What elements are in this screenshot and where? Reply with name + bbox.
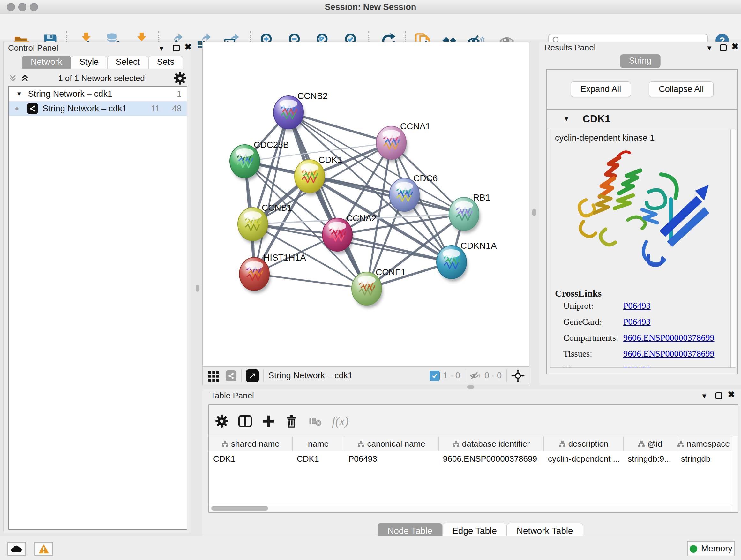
memory-label: Memory (701, 544, 732, 554)
panel-menu-icon[interactable]: ▼ (706, 44, 713, 52)
crosslink-link[interactable]: P06493 (623, 317, 651, 327)
network-selection-status: 1 of 1 Network selected (30, 73, 173, 83)
column-header[interactable]: @id (623, 436, 677, 451)
expand-all-button[interactable]: Expand All (570, 81, 631, 97)
table-cell[interactable]: 9606.ENSP00000378699 (439, 451, 543, 464)
grid-view-icon[interactable] (208, 370, 220, 382)
main-toolbar: ? (0, 14, 741, 40)
detach-view-icon[interactable] (246, 369, 259, 382)
network-view-mode-icon[interactable] (226, 370, 237, 381)
crosslink-link[interactable]: P06493 (623, 301, 651, 311)
network-node[interactable] (436, 246, 468, 282)
node-label: CDC6 (413, 173, 437, 183)
network-node[interactable] (449, 197, 480, 233)
tab-select[interactable]: Select (107, 56, 148, 69)
crosslink-link[interactable]: 9606.ENSP00000378699 (623, 333, 714, 343)
delete-icon[interactable] (285, 415, 298, 428)
crosslink-row: Pharos: P06493 (563, 365, 730, 368)
table-cell[interactable]: CDK1 (209, 451, 292, 464)
crosslink-label: Tissues: (563, 349, 623, 359)
network-node[interactable] (230, 145, 261, 181)
collection-expand-icon[interactable]: ▼ (16, 90, 22, 98)
column-label: shared name (231, 439, 280, 449)
navbar-divider (241, 369, 242, 382)
crosslink-label: Pharos: (563, 365, 623, 368)
table-options-gear-icon[interactable] (215, 415, 228, 428)
network-node[interactable] (352, 272, 383, 308)
network-node-count: 11 (151, 104, 160, 114)
crosslink-label: GeneCard: (563, 317, 623, 327)
table-vertical-scrollbar[interactable] (732, 436, 738, 511)
network-node[interactable] (294, 160, 326, 196)
tab-sets[interactable]: Sets (148, 56, 183, 69)
close-panel-icon[interactable]: ✖ (185, 44, 192, 51)
tab-network[interactable]: Network (22, 56, 71, 69)
cloud-status-button[interactable] (7, 542, 26, 556)
scrollbar-thumb[interactable] (211, 506, 268, 510)
float-panel-icon[interactable] (173, 45, 180, 51)
panel-menu-icon[interactable]: ▼ (158, 44, 165, 53)
network-node[interactable] (322, 218, 354, 254)
network-options-gear-icon[interactable] (173, 71, 187, 85)
panel-menu-icon[interactable]: ▼ (701, 392, 708, 400)
crosslink-row: Tissues: 9606.ENSP00000378699 (563, 349, 730, 359)
network-row-selected[interactable]: ● String Network – cdk1 11 48 (9, 101, 187, 116)
hidden-items-eye-slash-icon[interactable] (470, 370, 481, 381)
column-header[interactable]: database identifier (439, 436, 543, 451)
column-label: description (568, 439, 609, 449)
table-body: CDK1 CDK1 P06493 9606.ENSP00000378699 cy… (209, 451, 732, 505)
column-header[interactable]: shared name (209, 436, 292, 451)
table-cell[interactable]: CDK1 (292, 451, 344, 464)
network-graph[interactable]: CCNB2CCNA1CDC25BCDK1CDC6RB1CCNB1CCNA2CDK… (203, 42, 529, 366)
expand-all-chevron-icon[interactable] (20, 73, 30, 83)
table-panel: Table Panel ▼ ✖ (202, 389, 741, 537)
selected-items-checkbox[interactable] (429, 371, 440, 381)
results-panel-title: Results Panel (544, 43, 596, 53)
left-splitter-handle[interactable] (196, 285, 199, 292)
network-node[interactable] (273, 96, 305, 132)
network-canvas[interactable]: CCNB2CCNA1CDC25BCDK1CDC6RB1CCNB1CCNA2CDK… (202, 42, 529, 366)
entry-collapse-icon[interactable]: ▼ (563, 115, 570, 123)
control-panel-title: Control Panel (8, 43, 58, 53)
crosslink-link[interactable]: P06493 (623, 365, 651, 368)
network-node[interactable] (376, 126, 408, 162)
collapse-all-chevron-icon[interactable] (8, 73, 17, 83)
float-panel-icon[interactable] (716, 392, 722, 399)
tab-style[interactable]: Style (71, 56, 107, 69)
navbar-divider (465, 369, 465, 382)
table-cell[interactable]: P06493 (344, 451, 439, 464)
close-panel-icon[interactable]: ✖ (731, 44, 739, 50)
network-collection-row[interactable]: ▼ String Network – cdk1 1 (9, 86, 187, 101)
results-panel: Results Panel ▼ ✖ String Expand All Coll… (539, 42, 741, 385)
network-edge-count: 48 (172, 104, 182, 114)
results-vertical-scrollbar[interactable] (731, 129, 736, 368)
right-splitter-handle[interactable] (532, 209, 536, 216)
hidden-count: 0 - 0 (484, 371, 502, 381)
column-header[interactable]: namespace (677, 436, 730, 451)
memory-button[interactable]: Memory (687, 541, 735, 556)
bottom-splitter-handle[interactable] (467, 385, 474, 388)
show-columns-icon[interactable] (238, 414, 252, 428)
add-column-icon[interactable] (262, 415, 275, 428)
table-cell[interactable]: cyclin-dependent ... (543, 451, 623, 464)
node-label: HIST1H1A (263, 253, 306, 262)
selected-count: 1 - 0 (443, 371, 460, 381)
column-header[interactable]: name (292, 436, 344, 451)
table-horizontal-scrollbar[interactable] (209, 505, 732, 511)
warnings-button[interactable] (35, 542, 53, 556)
float-panel-icon[interactable] (720, 44, 727, 51)
birdseye-crosshair-icon[interactable] (511, 369, 525, 382)
crosslink-link[interactable]: 9606.ENSP00000378699 (623, 349, 714, 359)
table-cell[interactable]: stringdb:9... (623, 451, 677, 464)
tab-string[interactable]: String (620, 54, 661, 68)
collapse-all-button[interactable]: Collapse All (649, 81, 714, 97)
network-label: String Network – cdk1 (43, 104, 127, 114)
network-node[interactable] (239, 257, 271, 294)
window-title: Session: New Session (0, 2, 741, 12)
entry-header[interactable]: ▼ CDK1 (547, 110, 737, 128)
column-header[interactable]: canonical name (344, 436, 439, 451)
column-header[interactable]: description (543, 436, 623, 451)
hierarchy-icon (677, 440, 684, 447)
table-cell[interactable]: stringdb (677, 451, 730, 464)
close-panel-icon[interactable]: ✖ (728, 391, 735, 398)
